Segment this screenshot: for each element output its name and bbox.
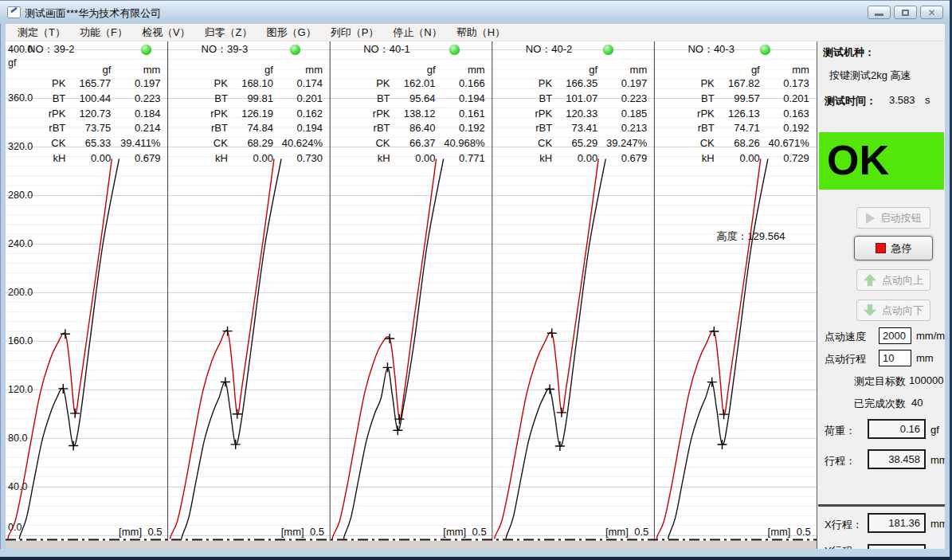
press-curve bbox=[656, 159, 760, 538]
data-point-marker bbox=[557, 408, 566, 417]
arrow-up-icon bbox=[864, 274, 876, 286]
result-badge: OK bbox=[819, 132, 944, 190]
menu-item-7[interactable]: 帮助（H） bbox=[449, 24, 512, 41]
load-label: 荷重： bbox=[825, 424, 856, 438]
emergency-stop-label: 急停 bbox=[891, 241, 912, 256]
x-stroke-display: 181.36 bbox=[868, 513, 926, 533]
arrow-down-icon bbox=[864, 304, 876, 316]
stroke-label: 行程： bbox=[825, 454, 856, 468]
close-button[interactable]: ✕ bbox=[920, 6, 943, 19]
window-frame bbox=[0, 557, 952, 560]
data-point-marker bbox=[707, 378, 717, 387]
data-point-marker bbox=[547, 328, 557, 338]
data-point-marker bbox=[221, 378, 230, 387]
maximize-icon bbox=[902, 10, 909, 16]
target-count-label: 测定目标数 bbox=[854, 374, 906, 389]
data-point-marker bbox=[231, 440, 241, 449]
menu-item-1[interactable]: 功能（F） bbox=[72, 24, 135, 41]
menu-item-5[interactable]: 列印（P） bbox=[323, 24, 386, 41]
data-point-marker bbox=[555, 441, 565, 451]
menu-item-2[interactable]: 检视（V） bbox=[135, 24, 198, 41]
maximize-button[interactable] bbox=[894, 6, 917, 19]
data-point-marker bbox=[719, 409, 729, 419]
data-point-marker bbox=[718, 440, 727, 449]
menu-item-3[interactable]: 归零（Z） bbox=[198, 24, 260, 41]
load-display: 0.16 bbox=[868, 419, 926, 439]
data-point-marker bbox=[709, 327, 719, 336]
jog-down-button[interactable]: 点动向下 bbox=[856, 300, 930, 321]
window-controls: ✕ bbox=[868, 6, 943, 19]
stroke-display: 38.458 bbox=[868, 449, 926, 469]
completed-count-label: 已完成次数 bbox=[854, 397, 906, 411]
data-point-marker bbox=[382, 362, 392, 372]
control-sidebar: 测试机种： 按键测试2kg 高速 测试时间： 3.583 s OK 启动按钮 急… bbox=[817, 41, 945, 550]
jog-speed-unit: mm/min bbox=[916, 330, 945, 342]
emergency-stop-button[interactable]: 急停 bbox=[854, 236, 933, 260]
machine-type-value: 按键测试2kg 高速 bbox=[829, 69, 911, 83]
press-curve bbox=[495, 159, 598, 538]
menu-item-0[interactable]: 测定（T） bbox=[10, 24, 72, 41]
jog-stroke-unit: mm bbox=[916, 352, 934, 364]
menu-item-6[interactable]: 停止（N） bbox=[386, 24, 449, 41]
test-time-value: 3.583 bbox=[889, 94, 915, 106]
data-point-marker bbox=[393, 425, 402, 435]
app-icon bbox=[7, 6, 21, 18]
chart-area: 400.0360.0320.0280.0240.0200.0160.0120.0… bbox=[6, 41, 817, 541]
press-curve bbox=[170, 159, 274, 538]
jog-speed-label: 点动速度 bbox=[825, 330, 866, 344]
press-curve bbox=[332, 159, 436, 538]
app-window: 测试画面***华为技术有限公司 ✕ 测定（T）功能（F）检视（V）归零（Z）图形… bbox=[0, 0, 952, 560]
start-button[interactable]: 启动按钮 bbox=[856, 207, 930, 229]
test-time-label: 测试时间： bbox=[825, 94, 876, 108]
curves-layer bbox=[6, 41, 817, 541]
jog-stroke-input[interactable]: 10 bbox=[879, 350, 911, 366]
sidebar-separator bbox=[818, 504, 945, 507]
window-frame bbox=[0, 24, 6, 550]
title-bar: 测试画面***华为技术有限公司 ✕ bbox=[0, 0, 952, 24]
jog-stroke-label: 点动行程 bbox=[825, 352, 866, 366]
play-icon bbox=[866, 213, 875, 224]
minimize-button[interactable] bbox=[868, 6, 891, 19]
window-title: 测试画面***华为技术有限公司 bbox=[25, 6, 161, 21]
close-icon: ✕ bbox=[927, 8, 935, 18]
menu-bar: 测定（T）功能（F）检视（V）归零（Z）图形（G）列印（P）停止（N）帮助（H） bbox=[6, 24, 945, 41]
stop-icon bbox=[876, 243, 886, 253]
jog-down-label: 点动向下 bbox=[882, 303, 923, 318]
completed-count-value: 40 bbox=[911, 397, 923, 409]
machine-type-label: 测试机种： bbox=[823, 45, 875, 60]
minimize-icon bbox=[875, 14, 883, 16]
stroke-unit: mm bbox=[930, 454, 945, 466]
data-point-marker bbox=[233, 409, 242, 419]
data-point-marker bbox=[70, 409, 80, 418]
x-stroke-label: X行程： bbox=[825, 518, 863, 532]
jog-up-label: 点动向上 bbox=[882, 273, 923, 288]
target-count-value: 100000 bbox=[909, 374, 943, 386]
chart-bottom-strip bbox=[6, 541, 817, 549]
load-unit: gf bbox=[930, 424, 939, 436]
press-curve bbox=[8, 159, 112, 538]
data-point-marker bbox=[385, 334, 394, 343]
pen-icon bbox=[10, 7, 18, 14]
start-button-label: 启动按钮 bbox=[880, 211, 922, 225]
test-time-unit: s bbox=[925, 94, 930, 106]
data-point-marker bbox=[61, 329, 70, 339]
x-stroke-unit: mm bbox=[930, 518, 945, 530]
menu-item-4[interactable]: 图形（G） bbox=[260, 24, 323, 41]
jog-up-button[interactable]: 点动向上 bbox=[856, 269, 930, 291]
jog-speed-input[interactable]: 2000 bbox=[879, 327, 911, 344]
window-frame bbox=[0, 549, 952, 557]
data-point-marker bbox=[69, 441, 78, 451]
